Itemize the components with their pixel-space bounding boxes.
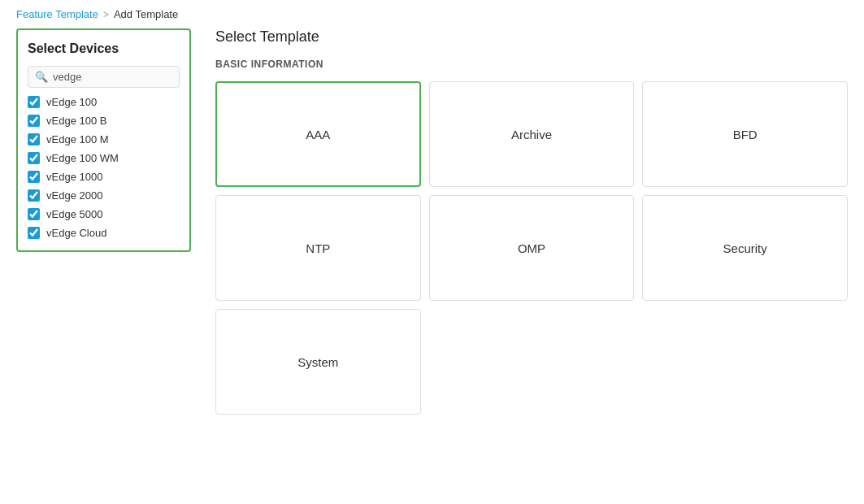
device-checkbox-2[interactable] xyxy=(28,133,40,146)
device-label-5: vEdge 2000 xyxy=(46,189,102,202)
template-card-bfd[interactable]: BFD xyxy=(642,81,848,187)
search-box: 🔍 xyxy=(28,66,180,88)
device-item: vEdge 100 xyxy=(28,96,180,108)
left-panel: Select Devices 🔍 vEdge 100vEdge 100 BvEd… xyxy=(16,28,191,252)
breadcrumb-current: Add Template xyxy=(114,8,178,20)
breadcrumb: Feature Template > Add Template xyxy=(0,0,864,28)
device-checkbox-3[interactable] xyxy=(28,152,40,164)
search-icon: 🔍 xyxy=(35,71,48,83)
device-checkbox-4[interactable] xyxy=(28,171,40,183)
main-layout: Select Devices 🔍 vEdge 100vEdge 100 BvEd… xyxy=(0,28,864,500)
device-item: vEdge 2000 xyxy=(28,189,180,202)
device-label-6: vEdge 5000 xyxy=(46,208,102,220)
device-label-1: vEdge 100 B xyxy=(46,115,106,127)
device-label-4: vEdge 1000 xyxy=(46,171,102,183)
breadcrumb-link[interactable]: Feature Template xyxy=(16,8,98,20)
device-item: vEdge 100 M xyxy=(28,133,180,146)
template-card-aaa[interactable]: AAA xyxy=(215,81,421,187)
panel-title: Select Devices xyxy=(28,41,180,56)
section-label: BASIC INFORMATION xyxy=(215,59,848,70)
device-item: vEdge Cloud xyxy=(28,227,180,239)
device-label-3: vEdge 100 WM xyxy=(46,152,119,164)
device-list: vEdge 100vEdge 100 BvEdge 100 MvEdge 100… xyxy=(28,96,180,239)
right-panel: Select Template BASIC INFORMATION AAAArc… xyxy=(215,28,848,484)
device-item: vEdge 5000 xyxy=(28,208,180,220)
template-card-ntp[interactable]: NTP xyxy=(215,195,421,301)
template-card-security[interactable]: Security xyxy=(642,195,848,301)
template-card-system[interactable]: System xyxy=(215,309,421,415)
device-checkbox-6[interactable] xyxy=(28,208,40,220)
device-checkbox-1[interactable] xyxy=(28,115,40,127)
device-checkbox-5[interactable] xyxy=(28,189,40,202)
right-panel-title: Select Template xyxy=(215,28,848,46)
template-card-archive[interactable]: Archive xyxy=(429,81,635,187)
template-card-omp[interactable]: OMP xyxy=(429,195,635,301)
device-label-0: vEdge 100 xyxy=(46,96,97,108)
device-label-2: vEdge 100 M xyxy=(46,133,109,146)
device-label-7: vEdge Cloud xyxy=(46,227,106,239)
device-item: vEdge 1000 xyxy=(28,171,180,183)
breadcrumb-separator: > xyxy=(103,9,109,20)
device-checkbox-7[interactable] xyxy=(28,227,40,239)
device-checkbox-0[interactable] xyxy=(28,96,40,108)
device-item: vEdge 100 B xyxy=(28,115,180,127)
device-item: vEdge 100 WM xyxy=(28,152,180,164)
template-grid: AAAArchiveBFDNTPOMPSecuritySystem xyxy=(215,81,848,415)
search-input[interactable] xyxy=(53,71,172,83)
